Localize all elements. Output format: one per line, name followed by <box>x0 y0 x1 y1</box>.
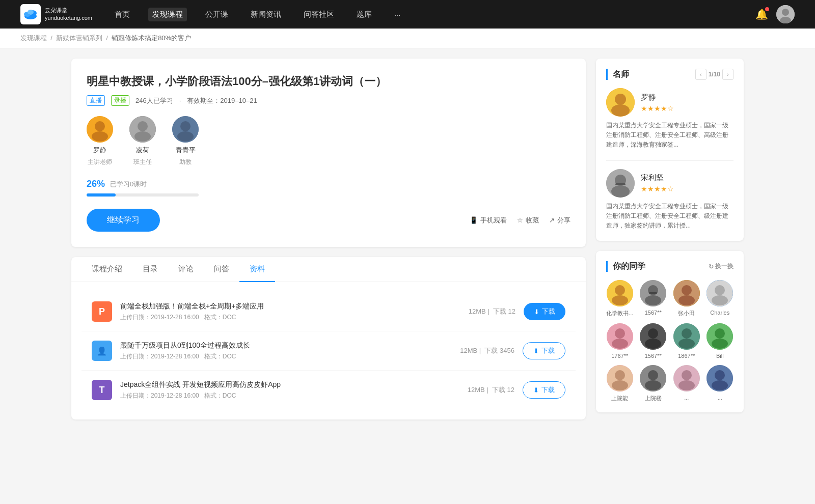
sidebar-teacher-2-info: 宋利坚 ★★★★☆ <box>641 173 674 193</box>
classmate-12: ... <box>707 365 734 402</box>
classmate-8-name: Bill <box>716 353 724 359</box>
nav-item-exam[interactable]: 题库 <box>352 8 376 21</box>
user-avatar[interactable] <box>776 5 795 23</box>
teacher-2-avatar <box>129 116 156 143</box>
tabs-header: 课程介绍 目录 评论 问答 资料 <box>71 257 586 282</box>
sidebar-right: 名师 ‹ 1/10 › <box>596 59 744 423</box>
svg-point-24 <box>615 285 625 295</box>
resource-icon-3: T <box>92 380 112 400</box>
svg-point-5 <box>782 9 789 16</box>
tab-comments[interactable]: 评论 <box>168 257 204 282</box>
classmate-1-avatar[interactable] <box>607 280 633 306</box>
classmate-9-name: 上院能 <box>611 395 628 402</box>
sidebar-teacher-2-desc: 国内某重点大学安全工程专业硕士，国家一级注册消防工程师、注册安全工程师、级注册建… <box>606 202 734 231</box>
share-link[interactable]: ↗ 分享 <box>549 216 570 225</box>
share-icon: ↗ <box>549 216 555 224</box>
svg-point-35 <box>712 295 728 305</box>
resource-item-2: 👤 跟随千万级项目从0到100全过程高效成长 上传日期：2019-12-28 1… <box>82 331 576 371</box>
classmates-title: 你的同学 ↻ 换一换 <box>606 261 734 272</box>
teacher-1-avatar <box>87 116 113 143</box>
download-icon-1: ⬇ <box>534 308 539 316</box>
continue-button[interactable]: 继续学习 <box>87 209 160 232</box>
bell-notification-dot <box>765 7 769 11</box>
resource-info-3: Jetpack全组件实战 开发短视频应用高仿皮皮虾App 上传日期：2019-1… <box>120 380 459 400</box>
download-button-2[interactable]: ⬇ 下载 <box>523 342 565 359</box>
classmate-8-avatar[interactable] <box>707 323 733 350</box>
classmate-4-avatar[interactable] <box>707 280 733 306</box>
classmate-6-name: 1567** <box>645 353 662 359</box>
svg-point-31 <box>682 285 692 295</box>
teacher-1: 罗静 主讲老师 <box>87 116 113 166</box>
course-meta: 直播 录播 246人已学习 · 有效期至：2019–10–21 <box>87 95 570 106</box>
tab-qa[interactable]: 问答 <box>204 257 239 282</box>
classmate-5-avatar[interactable] <box>607 323 633 350</box>
classmate-6-avatar[interactable] <box>640 323 666 350</box>
classmate-5-name: 1767** <box>611 353 628 359</box>
download-button-1[interactable]: ⬇ 下载 <box>524 303 565 320</box>
teacher-2-role: 班主任 <box>133 158 152 166</box>
teacher-3: 青青平 助教 <box>172 116 199 166</box>
collect-link[interactable]: ☆ 收藏 <box>517 216 539 225</box>
sidebar-teacher-2-stars: ★★★★☆ <box>641 185 674 193</box>
svg-point-14 <box>180 121 191 131</box>
classmate-1-name: 化学教书... <box>606 310 633 317</box>
nav-right: 🔔 <box>755 5 795 23</box>
bell-icon[interactable]: 🔔 <box>755 8 768 20</box>
nav-item-qa[interactable]: 问答社区 <box>300 8 338 21</box>
svg-point-44 <box>678 339 695 349</box>
teacher-3-name: 青青平 <box>176 146 196 155</box>
next-teacher-btn[interactable]: › <box>722 69 734 80</box>
tab-intro[interactable]: 课程介绍 <box>82 257 132 282</box>
classmate-12-avatar[interactable] <box>707 365 733 391</box>
resource-title-1: 前端全栈加强版！前端全栈+全周期+多端应用 <box>120 302 460 311</box>
svg-point-52 <box>648 370 658 380</box>
resource-stats-3: 12MB | 下载 12 <box>468 385 514 395</box>
nav-item-more[interactable]: ··· <box>390 8 405 21</box>
breadcrumb-discover[interactable]: 发现课程 <box>20 34 47 42</box>
svg-point-40 <box>648 328 658 339</box>
classmate-9-avatar[interactable] <box>607 365 633 391</box>
classmate-3: 张小田 <box>673 280 700 317</box>
nav-item-news[interactable]: 新闻资讯 <box>247 8 285 21</box>
svg-point-15 <box>177 131 194 142</box>
prev-teacher-btn[interactable]: ‹ <box>695 69 707 80</box>
progress-pct: 26% <box>87 179 105 189</box>
resource-meta-3: 上传日期：2019-12-28 16:00 格式：DOC <box>120 391 459 400</box>
classmate-2-avatar[interactable] <box>640 280 666 306</box>
breadcrumb: 发现课程 / 新媒体营销系列 / 销冠修炼术搞定80%的客户 <box>0 29 815 48</box>
navbar: 云朵课堂 yunduoketang.com 首页 发现课程 公开课 新闻资讯 问… <box>0 0 815 29</box>
classmate-5: 1767** <box>606 323 634 359</box>
breadcrumb-current: 销冠修炼术搞定80%的客户 <box>112 34 191 42</box>
classmate-3-avatar[interactable] <box>673 280 700 306</box>
progress-bar-fill <box>87 193 116 197</box>
breadcrumb-series[interactable]: 新媒体营销系列 <box>56 34 102 42</box>
nav-item-open[interactable]: 公开课 <box>201 8 232 21</box>
classmate-7-avatar[interactable] <box>673 323 700 350</box>
mobile-watch-link[interactable]: 📱 手机观看 <box>470 216 507 225</box>
classmate-3-name: 张小田 <box>678 310 695 317</box>
nav-item-discover[interactable]: 发现课程 <box>148 8 187 21</box>
refresh-button[interactable]: ↻ 换一换 <box>709 262 734 271</box>
main-layout: 明星中教授课，小学阶段语法100分–强化级第1讲动词（一） 直播 录播 246人… <box>51 48 764 433</box>
download-button-3[interactable]: ⬇ 下载 <box>523 381 565 399</box>
resource-stats-1: 12MB | 下载 12 <box>469 307 515 316</box>
teachers-card-title: 名师 ‹ 1/10 › <box>606 69 734 80</box>
sidebar-teacher-1: 罗静 ★★★★☆ 国内某重点大学安全工程专业硕士，国家一级注册消防工程师、注册安… <box>606 88 734 150</box>
tab-catalog[interactable]: 目录 <box>132 257 168 282</box>
sidebar-teacher-1-info: 罗静 ★★★★☆ <box>641 93 674 113</box>
tab-resources[interactable]: 资料 <box>239 257 275 282</box>
classmate-10-avatar[interactable] <box>640 365 666 391</box>
svg-point-18 <box>611 104 630 117</box>
classmates-card: 你的同学 ↻ 换一换 化学教书... 1567** <box>596 251 744 412</box>
logo[interactable]: 云朵课堂 yunduoketang.com <box>20 4 92 24</box>
classmate-11-avatar[interactable] <box>673 365 700 391</box>
download-icon-2: ⬇ <box>533 347 539 355</box>
classmate-4-name: Charles <box>710 310 729 316</box>
sidebar-teacher-2: 宋利坚 ★★★★☆ 国内某重点大学安全工程专业硕士，国家一级注册消防工程师、注册… <box>606 169 734 231</box>
resource-info-1: 前端全栈加强版！前端全栈+全周期+多端应用 上传日期：2019-12-28 16… <box>120 302 460 322</box>
svg-point-41 <box>645 339 661 349</box>
classmate-1: 化学教书... <box>606 280 634 317</box>
classmate-10: 上院楼 <box>640 365 667 402</box>
nav-item-home[interactable]: 首页 <box>111 8 134 21</box>
svg-point-11 <box>138 121 148 131</box>
